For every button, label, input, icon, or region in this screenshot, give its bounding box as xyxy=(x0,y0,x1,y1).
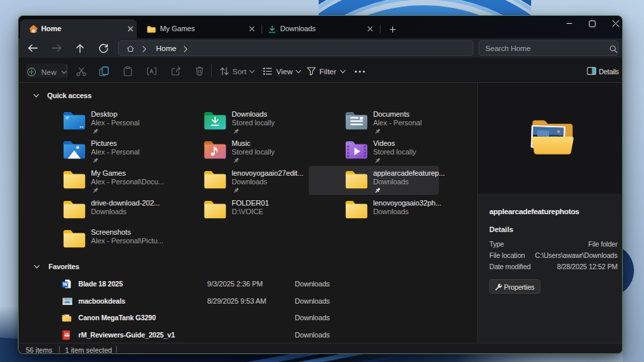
svg-text:W: W xyxy=(63,281,68,287)
svg-text:PDF: PDF xyxy=(64,333,70,336)
